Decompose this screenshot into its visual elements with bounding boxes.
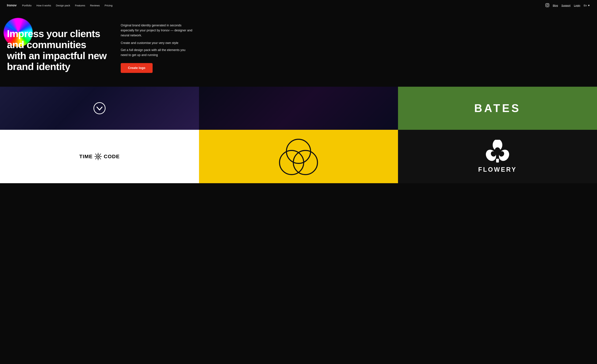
svg-rect-0 [546, 3, 549, 7]
portfolio-grid: BATES TIME [0, 87, 597, 183]
svg-line-13 [95, 154, 96, 155]
hero-section: Impress your clients and communities wit… [0, 11, 241, 87]
logo-link[interactable]: Ironov [7, 4, 16, 7]
swirl-dots [280, 101, 317, 115]
svg-point-23 [495, 147, 500, 154]
navbar: Ironov Portfolio How it works Design pac… [0, 0, 597, 11]
timecode-logo: TIME C [79, 153, 120, 160]
language-selector[interactable]: En ▼ [584, 4, 590, 7]
nav-support[interactable]: Support [561, 4, 571, 7]
gear-icon [94, 153, 102, 160]
nav-reviews[interactable]: Reviews [90, 4, 100, 7]
nav-portfolio[interactable]: Portfolio [22, 4, 31, 7]
svg-rect-26 [496, 159, 499, 163]
svg-point-17 [286, 139, 311, 163]
portfolio-cell-white-timecode: TIME C [0, 130, 199, 183]
timecode-text-2: CODE [104, 154, 120, 159]
hero-desc-1: Original brand identity generated in sec… [121, 23, 193, 38]
swirl-logo-icon [280, 101, 317, 115]
nav-pricing[interactable]: Pricing [105, 4, 113, 7]
svg-point-19 [293, 150, 317, 175]
nav-blog[interactable]: Blog [553, 4, 558, 7]
instagram-icon [545, 3, 550, 7]
flowery-logo-text: FLOWERY [478, 166, 517, 173]
portfolio-cell-dark-mid [199, 87, 398, 130]
hero-title: Impress your clients and communities wit… [7, 28, 107, 72]
svg-line-14 [100, 158, 101, 159]
portfolio-cell-black-flowery: FLOWERY [398, 130, 597, 183]
svg-point-6 [305, 104, 312, 112]
nav-how-it-works[interactable]: How it works [36, 4, 51, 7]
down-arrow-icon [92, 101, 107, 116]
portfolio-cell-green-bates: BATES [398, 87, 597, 130]
nav-right: Blog Support Login En ▼ [545, 3, 590, 8]
nav-links: Portfolio How it works Design pack Featu… [22, 4, 112, 7]
svg-line-16 [95, 158, 96, 159]
create-logo-button[interactable]: Create logo [121, 63, 153, 73]
svg-point-18 [280, 150, 304, 175]
hero-left: Impress your clients and communities wit… [7, 21, 107, 72]
hero-desc-3: Get a full design pack with all the elem… [121, 47, 193, 58]
svg-rect-3 [94, 102, 105, 114]
svg-point-5 [295, 105, 302, 112]
svg-point-8 [97, 156, 99, 157]
portfolio-section: BATES TIME [0, 87, 597, 183]
bates-logo-text: BATES [474, 102, 521, 115]
svg-point-1 [546, 4, 548, 6]
hero-description-block: Original brand identity generated in sec… [121, 23, 193, 58]
flowery-logo: FLOWERY [478, 140, 517, 173]
hero-right: Original brand identity generated in sec… [121, 21, 193, 73]
svg-point-2 [548, 4, 548, 5]
flower-icon [484, 140, 511, 164]
svg-point-4 [282, 103, 291, 113]
hero-desc-2: Create and customise your very own style [121, 40, 193, 46]
timecode-text-1: TIME [79, 154, 93, 159]
nav-left: Ironov Portfolio How it works Design pac… [7, 4, 112, 7]
portfolio-cell-dark-logo [0, 87, 199, 130]
nav-login[interactable]: Login [574, 4, 580, 7]
interlocking-circles-icon [278, 136, 319, 177]
chevron-down-icon: ▼ [588, 4, 590, 7]
instagram-link[interactable] [545, 3, 550, 8]
portfolio-cell-yellow-circles [199, 130, 398, 183]
svg-line-15 [100, 154, 101, 155]
nav-design-pack[interactable]: Design pack [56, 4, 70, 7]
nav-features[interactable]: Features [75, 4, 85, 7]
